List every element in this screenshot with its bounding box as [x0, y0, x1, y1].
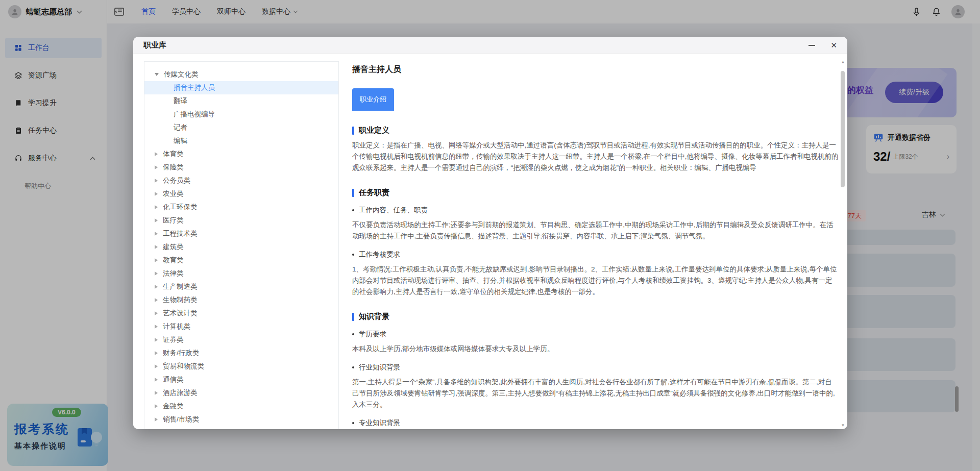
tab-career-intro[interactable]: 职业介绍 [352, 88, 394, 111]
tree-label: 财务/行政类 [163, 349, 199, 358]
tree-category[interactable]: 农业类 [144, 187, 338, 201]
tree-category[interactable]: 财务/行政类 [144, 346, 338, 360]
tree-category[interactable]: 医疗类 [144, 214, 338, 227]
career-library-modal: 职业库 ✕ 传媒文化类 播音主持人员 翻译 广播电视编导 记者 编辑 体育类 保… [133, 37, 847, 429]
scrollbar-thumb[interactable] [841, 71, 845, 187]
tree-label: 播音主持人员 [174, 83, 215, 92]
tree-category[interactable]: 教育类 [144, 254, 338, 267]
section-bar [352, 127, 354, 135]
bullet-item: 专业知识背景 [352, 418, 839, 428]
tree-category[interactable]: 建筑类 [144, 240, 338, 254]
tree-label: 计算机类 [163, 322, 190, 331]
tree-item[interactable]: 记者 [144, 121, 338, 134]
caret-down-icon [155, 73, 159, 76]
tree-label: 记者 [174, 123, 187, 132]
tree-label: 体育类 [163, 150, 184, 159]
duty-content-text: 不仅要负责活动现场的主持工作;还要参与到前期的报道策划、节目构思、确定选题工作中… [352, 219, 839, 242]
tree-category[interactable]: 贸易和物流类 [144, 360, 338, 373]
bullet-dot [352, 333, 354, 335]
tree-category[interactable]: 体育类 [144, 147, 338, 161]
caret-right-icon [155, 205, 158, 209]
caret-right-icon [155, 165, 158, 169]
caret-right-icon [155, 232, 158, 236]
close-icon[interactable]: ✕ [830, 41, 837, 49]
tree-category[interactable]: 生物制药类 [144, 293, 338, 307]
tree-category[interactable]: 公务员类 [144, 174, 338, 187]
caret-right-icon [155, 179, 158, 183]
tree-category[interactable]: 酒店旅游类 [144, 386, 338, 400]
tree-item[interactable]: 广播电视编导 [144, 108, 338, 121]
caret-right-icon [155, 404, 158, 408]
tree-category[interactable]: 证券类 [144, 333, 338, 346]
caret-right-icon [155, 351, 158, 355]
tree-category[interactable]: 金融类 [144, 400, 338, 413]
tree-item-selected[interactable]: 播音主持人员 [144, 81, 338, 94]
tree-label: 翻译 [174, 96, 187, 106]
career-detail-panel: 播音主持人员 职业介绍 职业定义 职业定义：是指在广播、电视、网络等媒介或大型活… [352, 55, 839, 429]
tree-category[interactable]: 法律类 [144, 267, 338, 280]
tree-label: 法律类 [163, 269, 184, 278]
tree-category[interactable]: 计算机类 [144, 320, 338, 333]
modal-header: 职业库 ✕ [133, 37, 847, 54]
bullet-label: 工作考核要求 [359, 250, 400, 259]
window-controls: ✕ [808, 41, 837, 49]
industry-knowledge-text: 第一,主持人得是一个“杂家”,具备多维的知识构架,此外要拥有丰富的人生阅历,对社… [352, 377, 839, 410]
tree-label: 生产制造类 [163, 282, 198, 291]
career-title: 播音主持人员 [352, 64, 839, 75]
modal-title: 职业库 [143, 40, 166, 50]
section-heading-text: 职业定义 [359, 126, 389, 135]
section-heading: 知识背景 [352, 312, 839, 321]
tree-category[interactable]: 传媒文化类 [144, 68, 338, 81]
tree-category[interactable]: 工程技术类 [144, 227, 338, 240]
caret-right-icon [155, 311, 158, 315]
tree-category[interactable]: 保险类 [144, 161, 338, 174]
tree-category[interactable]: 通信类 [144, 373, 338, 386]
caret-right-icon [155, 152, 158, 156]
tree-category[interactable]: 艺术设计类 [144, 307, 338, 320]
bullet-item: 学历要求 [352, 330, 839, 339]
tree-label: 艺术设计类 [163, 309, 198, 318]
caret-right-icon [155, 364, 158, 368]
tree-label: 酒店旅游类 [163, 388, 198, 398]
section-heading: 任务职责 [352, 188, 839, 197]
section-heading-text: 任务职责 [359, 188, 389, 197]
tree-label: 金融类 [163, 402, 184, 411]
bullet-dot [352, 254, 354, 256]
tree-category[interactable]: 化工环保类 [144, 201, 338, 214]
tree-category[interactable]: 销售/市场类 [144, 413, 338, 426]
tree-label: 公务员类 [163, 176, 190, 185]
tree-item[interactable]: 翻译 [144, 94, 338, 108]
tree-item[interactable]: 编辑 [144, 134, 338, 147]
section-bar [352, 189, 354, 197]
scroll-down-icon[interactable]: ▼ [840, 423, 846, 428]
caret-right-icon [155, 285, 158, 289]
tree-label: 化工环保类 [163, 203, 198, 212]
tree-label: 通信类 [163, 375, 184, 384]
tree-label: 保险类 [163, 163, 184, 172]
caret-right-icon [155, 218, 158, 222]
tree-category[interactable]: 生产制造类 [144, 280, 338, 293]
assessment-text: 1、考勤情况:工作积极主动,认真负责,不能无故缺席或迟到,影响节目录制播出。2、… [352, 264, 839, 298]
bullet-dot [352, 209, 354, 211]
section-heading-text: 知识背景 [359, 312, 389, 321]
bullet-label: 专业知识背景 [359, 418, 400, 428]
bullet-label: 行业知识背景 [359, 363, 400, 372]
caret-right-icon [155, 298, 158, 302]
tree-label: 销售/市场类 [163, 415, 199, 424]
caret-right-icon [155, 417, 158, 422]
scroll-up-icon[interactable]: ▲ [840, 60, 846, 64]
caret-right-icon [155, 378, 158, 382]
caret-right-icon [155, 192, 158, 196]
tree-label: 医疗类 [163, 216, 184, 225]
section-heading: 职业定义 [352, 126, 839, 135]
caret-right-icon [155, 245, 158, 249]
tree-label: 工程技术类 [163, 229, 198, 238]
tree-label: 证券类 [163, 335, 184, 344]
tab-bar: 职业介绍 [352, 88, 839, 111]
modal-body: 传媒文化类 播音主持人员 翻译 广播电视编导 记者 编辑 体育类 保险类 公务员… [133, 55, 847, 429]
tree-label: 贸易和物流类 [163, 362, 204, 371]
tree-label: 生物制药类 [163, 295, 198, 305]
career-category-tree: 传媒文化类 播音主持人员 翻译 广播电视编导 记者 编辑 体育类 保险类 公务员… [144, 61, 339, 429]
modal-scrollbar[interactable]: ▲ ▼ [840, 60, 846, 428]
minimize-icon[interactable] [808, 45, 815, 46]
